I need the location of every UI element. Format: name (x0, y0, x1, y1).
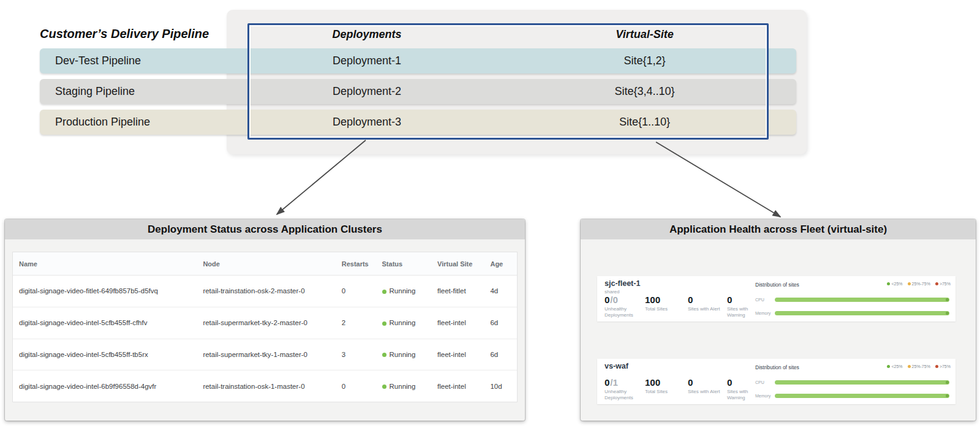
legend-item-high: >75% (935, 364, 951, 369)
pipeline-row-production: Production Pipeline Deployment-3 Site{1.… (40, 110, 796, 135)
cell-virtual-site: fleet-intel (431, 319, 484, 326)
health-card-sjc-fleet-1: sjc-fleet-1 shared 0/0 Unhealthy Deploym… (597, 276, 956, 321)
cell-restarts: 2 (336, 319, 376, 326)
running-status-icon (382, 353, 386, 357)
deployment-status-panel-body: Name Node Restarts Status Virtual Site A… (5, 239, 525, 421)
stat-label: Unhealthy Deployments (605, 389, 644, 402)
memory-distribution-row: Memory (755, 393, 949, 398)
pipeline-row-staging: Staging Pipeline Deployment-2 Site{3,4..… (40, 79, 796, 104)
stat-sites-with-alert: 0 Sites with Alert (688, 377, 727, 395)
green-dot-icon (887, 365, 890, 368)
column-header-name: Name (13, 260, 197, 268)
column-header-status: Status (376, 260, 432, 268)
card-subtitle: shared (605, 289, 619, 295)
table-row: digital-signage-video-intel-5cfb455ff-tb… (13, 339, 517, 371)
memory-label: Memory (755, 311, 775, 315)
table-row: digital-signage-video-intel-5cfb455ff-cf… (13, 307, 517, 339)
stat-value: 100 (645, 377, 684, 388)
stat-value: 0 (688, 377, 727, 388)
cell-status: Running (376, 383, 432, 390)
cell-age: 10d (484, 383, 516, 390)
cpu-distribution-row: CPU (755, 297, 949, 302)
deployments-table-header-row: Name Node Restarts Status Virtual Site A… (13, 252, 517, 276)
legend-item-high: >75% (935, 282, 951, 286)
cell-node: retail-trainstation-osk-1-master-0 (197, 383, 335, 390)
pipeline-row-label: Staging Pipeline (55, 85, 135, 98)
running-status-icon (382, 385, 386, 389)
column-header-restarts: Restarts (336, 260, 376, 268)
cell-node: retail-supermarket-tky-2-master-0 (197, 319, 335, 326)
column-header-deployments: Deployments (247, 28, 486, 41)
pipeline-row-dev-test: Dev-Test Pipeline Deployment-1 Site{1,2} (40, 48, 796, 73)
yellow-dot-icon (908, 365, 911, 368)
stat-value: 0 (688, 295, 727, 305)
card-title: sjc-fleet-1 (605, 279, 640, 288)
deployment-status-panel-header: Deployment Status across Application Clu… (5, 219, 525, 239)
application-health-panel-title: Application Health across Fleet (virtual… (669, 223, 887, 236)
legend-label: <25% (891, 364, 902, 369)
stat-label: Unhealthy Deployments (605, 306, 644, 319)
card-title: vs-waf (605, 362, 628, 370)
column-header-virtual-site: Virtual-Site (524, 28, 766, 41)
pipeline-row-deployment: Deployment-3 (247, 116, 486, 129)
red-dot-icon (935, 282, 938, 285)
column-header-virtual-site: Virtual Site (431, 260, 484, 268)
cpu-distribution-bar (775, 298, 949, 302)
legend-label: >75% (940, 282, 951, 286)
cell-status: Running (376, 287, 432, 295)
status-text: Running (390, 351, 416, 358)
stat-total-sites: 100 Total Sites (645, 377, 684, 395)
cell-name: digital-signage-video-intel-5cfb455ff-tb… (13, 351, 197, 358)
deployments-table: Name Node Restarts Status Virtual Site A… (12, 252, 518, 402)
stat-total-sites: 100 Total Sites (645, 295, 684, 312)
pipeline-row-label: Production Pipeline (55, 116, 150, 129)
application-health-panel: Application Health across Fleet (virtual… (581, 219, 976, 421)
deployment-status-panel-title: Deployment Status across Application Clu… (148, 223, 382, 236)
pipeline-row-label: Dev-Test Pipeline (55, 54, 141, 67)
stat-label: Total Sites (645, 389, 684, 395)
stat-value: 0 (605, 377, 609, 388)
running-status-icon (382, 321, 386, 326)
column-header-age: Age (484, 260, 516, 268)
memory-distribution-bar (775, 394, 949, 398)
application-health-panel-body: sjc-fleet-1 shared 0/0 Unhealthy Deploym… (581, 239, 976, 421)
legend-label: 25%-75% (912, 364, 930, 369)
cpu-label: CPU (755, 380, 775, 385)
cell-age: 6d (484, 319, 516, 326)
cell-node: retail-trainstation-osk-2-master-0 (197, 287, 335, 295)
legend-label: 25%-75% (912, 282, 930, 286)
stat-sites-with-alert: 0 Sites with Alert (688, 295, 727, 312)
status-text: Running (390, 319, 416, 326)
memory-distribution-bar (775, 311, 949, 315)
legend-item-low: <25% (887, 364, 902, 369)
running-status-icon (382, 290, 386, 294)
table-row: digital-signage-video-fitlet-649fb857b5-… (13, 276, 517, 307)
legend-item-mid: 25%-75% (908, 364, 930, 369)
stat-label: Sites with Alert (688, 306, 727, 312)
cell-name: digital-signage-video-intel-5cfb455ff-cf… (13, 319, 197, 326)
stat-total: /1 (610, 377, 618, 388)
column-header-node: Node (197, 260, 335, 268)
cell-name: digital-signage-video-fitlet-649fb857b5-… (13, 287, 197, 295)
application-health-panel-header: Application Health across Fleet (virtual… (581, 219, 976, 239)
cell-virtual-site: fleet-intel (431, 351, 484, 358)
stat-label: Total Sites (645, 306, 684, 312)
legend-label: <25% (891, 282, 902, 286)
stat-unhealthy-deployments: 0/1 Unhealthy Deployments (605, 377, 644, 402)
pipeline-row-virtual-site: Site{1,2} (524, 54, 766, 67)
red-dot-icon (935, 365, 938, 368)
memory-label: Memory (755, 394, 775, 398)
cell-name: digital-signage-video-intel-6b9f96558d-4… (13, 383, 197, 390)
yellow-dot-icon (908, 282, 911, 285)
health-card-vs-waf: vs-waf 0/1 Unhealthy Deployments 100 Tot… (597, 359, 956, 404)
distribution-legend: <25% 25%-75% >75% (887, 364, 951, 369)
pipeline-title: Customer’s Delivery Pipeline (40, 27, 209, 41)
stat-value: 100 (645, 295, 684, 305)
cpu-label: CPU (755, 298, 775, 302)
stat-label: Sites with Alert (688, 389, 727, 395)
cell-restarts: 3 (336, 351, 376, 358)
pipeline-row-virtual-site: Site{3,4..10} (524, 85, 766, 98)
pipeline-row-virtual-site: Site{1..10} (524, 116, 766, 129)
legend-item-low: <25% (887, 282, 902, 286)
stat-unhealthy-deployments: 0/0 Unhealthy Deployments (605, 295, 644, 319)
